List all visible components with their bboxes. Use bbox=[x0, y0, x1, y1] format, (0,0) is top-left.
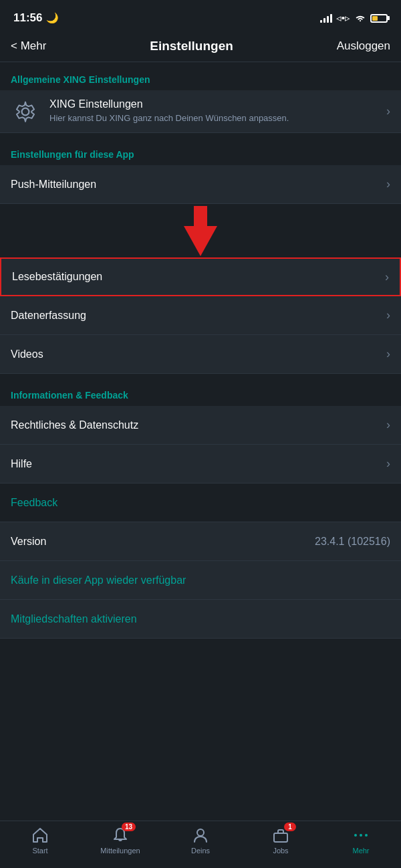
status-icons: ◃•▹ bbox=[320, 12, 388, 24]
xing-settings-content: XING Einstellungen Hier kannst Du XING g… bbox=[49, 90, 381, 132]
videos-item[interactable]: Videos › bbox=[0, 335, 401, 374]
info-feedback-section-header: Informationen & Feedback bbox=[0, 378, 401, 406]
kaeufe-item[interactable]: Käufe in dieser App wieder verfügbar bbox=[0, 561, 401, 600]
svg-point-6 bbox=[365, 834, 368, 837]
svg-point-5 bbox=[360, 834, 362, 837]
gear-icon bbox=[13, 100, 37, 124]
back-button[interactable]: < Mehr bbox=[11, 39, 46, 53]
person-icon bbox=[192, 827, 209, 844]
version-label: Version bbox=[11, 536, 46, 548]
settings-content: Allgemeine XING Einstellungen XING Einst… bbox=[0, 62, 401, 699]
gear-icon-wrapper bbox=[11, 97, 40, 126]
home-icon-wrapper bbox=[31, 827, 49, 844]
person-icon-wrapper bbox=[192, 827, 209, 844]
briefcase-icon-wrapper: 1 bbox=[272, 827, 289, 844]
svg-point-0 bbox=[22, 108, 29, 115]
home-icon bbox=[31, 827, 49, 844]
rechtliches-label: Rechtliches & Datenschutz bbox=[11, 419, 138, 431]
chevron-right-icon: › bbox=[386, 177, 390, 191]
tab-mitteilungen-label: Mitteilungen bbox=[100, 847, 140, 855]
tab-start-label: Start bbox=[32, 847, 47, 855]
status-time: 11:56 bbox=[13, 11, 42, 25]
jobs-badge: 1 bbox=[284, 823, 296, 831]
svg-point-2 bbox=[197, 829, 204, 836]
mitteilungen-badge: 13 bbox=[122, 823, 136, 831]
tab-start[interactable]: Start bbox=[17, 827, 63, 855]
chevron-right-icon: › bbox=[386, 457, 390, 471]
rechtliches-item[interactable]: Rechtliches & Datenschutz › bbox=[0, 406, 401, 445]
app-settings-section-header: Einstellungen für diese App bbox=[0, 137, 401, 165]
bell-icon-wrapper: 13 bbox=[112, 827, 129, 844]
hilfe-item[interactable]: Hilfe › bbox=[0, 445, 401, 483]
tab-bar: Start 13 Mitteilungen Deins 1 bbox=[0, 821, 401, 868]
xing-settings-title: XING Einstellungen bbox=[49, 98, 381, 110]
lesebestatigungen-label: Lesebestätigungen bbox=[12, 271, 102, 283]
chevron-right-icon: › bbox=[385, 270, 389, 284]
tab-jobs-label: Jobs bbox=[273, 847, 288, 855]
xing-settings-item[interactable]: XING Einstellungen Hier kannst Du XING g… bbox=[0, 90, 401, 133]
nav-bar: < Mehr Einstellungen Ausloggen bbox=[0, 33, 401, 62]
chevron-right-icon: › bbox=[386, 104, 390, 118]
lesebestatigungen-item[interactable]: Lesebestätigungen › bbox=[0, 257, 401, 296]
status-bar: 11:56 🌙 ◃•▹ bbox=[0, 0, 401, 33]
wifi-icon: ◃•▹ bbox=[336, 12, 350, 24]
red-arrow-icon bbox=[174, 206, 227, 256]
datenerfassung-item[interactable]: Datenerfassung › bbox=[0, 296, 401, 335]
version-row: Version 23.4.1 (102516) bbox=[0, 522, 401, 561]
tab-deins[interactable]: Deins bbox=[177, 827, 224, 855]
chevron-right-icon: › bbox=[386, 418, 390, 432]
push-mitteilungen-item[interactable]: Push-Mitteilungen › bbox=[0, 165, 401, 204]
mitgliedschaften-item[interactable]: Mitgliedschaften aktivieren bbox=[0, 600, 401, 639]
videos-label: Videos bbox=[11, 348, 43, 360]
push-mitteilungen-label: Push-Mitteilungen bbox=[11, 179, 96, 191]
more-icon bbox=[352, 827, 370, 844]
chevron-right-icon: › bbox=[386, 347, 390, 361]
xing-settings-subtitle: Hier kannst Du XING ganz nach Deinen Wün… bbox=[49, 112, 381, 124]
svg-marker-1 bbox=[184, 206, 217, 256]
battery-icon bbox=[370, 14, 388, 23]
mitgliedschaften-label: Mitgliedschaften aktivieren bbox=[11, 613, 137, 625]
general-section-header: Allgemeine XING Einstellungen bbox=[0, 62, 401, 90]
kaeufe-label: Käufe in dieser App wieder verfügbar bbox=[11, 574, 186, 586]
tab-mitteilungen[interactable]: 13 Mitteilungen bbox=[97, 827, 144, 855]
moon-icon: 🌙 bbox=[46, 12, 59, 24]
svg-point-4 bbox=[354, 834, 357, 837]
more-icon-wrapper bbox=[352, 827, 370, 844]
page-title: Einstellungen bbox=[150, 39, 233, 53]
hilfe-label: Hilfe bbox=[11, 458, 32, 470]
feedback-item[interactable]: Feedback bbox=[0, 483, 401, 522]
tab-mehr-label: Mehr bbox=[352, 847, 369, 855]
tab-mehr[interactable]: Mehr bbox=[338, 827, 384, 855]
signal-icon bbox=[320, 13, 332, 23]
tab-jobs[interactable]: 1 Jobs bbox=[257, 827, 304, 855]
logout-button[interactable]: Ausloggen bbox=[337, 39, 390, 53]
arrow-annotation bbox=[0, 204, 401, 257]
chevron-right-icon: › bbox=[386, 308, 390, 322]
feedback-label: Feedback bbox=[11, 497, 57, 509]
wifi-icon bbox=[354, 13, 366, 23]
tab-deins-label: Deins bbox=[191, 847, 210, 855]
version-value: 23.4.1 (102516) bbox=[315, 536, 390, 548]
datenerfassung-label: Datenerfassung bbox=[11, 310, 86, 322]
svg-rect-3 bbox=[274, 833, 287, 842]
